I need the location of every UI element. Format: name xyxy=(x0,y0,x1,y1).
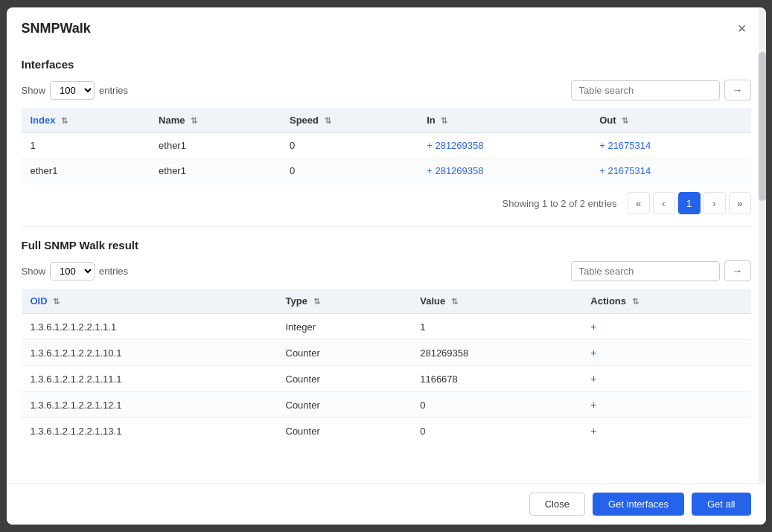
interfaces-row1-in: + 281269358 xyxy=(418,133,590,158)
snmp-table-body: 1.3.6.1.2.1.2.2.1.1.1 Integer 1 + 1.3.6.… xyxy=(22,314,751,444)
snmp-table-controls: Show 100 25 50 entries → xyxy=(22,260,751,281)
modal-close-button[interactable]: × xyxy=(733,19,751,37)
modal-footer: Close Get interfaces Get all xyxy=(7,483,766,525)
table-row: 1.3.6.1.2.1.2.2.1.13.1 Counter 0 + xyxy=(22,418,751,444)
interfaces-row1-speed: 0 xyxy=(281,133,418,158)
snmp-row2-actions: + xyxy=(581,340,750,366)
snmp-row5-actions: + xyxy=(581,418,750,444)
interfaces-row2-name: ether1 xyxy=(150,158,281,184)
snmp-row4-oid: 1.3.6.1.2.1.2.2.1.12.1 xyxy=(22,392,277,418)
interfaces-row2-out: + 21675314 xyxy=(590,158,750,184)
snmp-row4-value: 0 xyxy=(411,392,581,418)
snmp-row5-value: 0 xyxy=(411,418,581,444)
interfaces-col-name-label: Name xyxy=(159,115,185,126)
snmp-col-value[interactable]: Value ⇅ xyxy=(411,289,581,314)
snmp-row3-add-icon[interactable]: + xyxy=(590,373,596,385)
section-divider xyxy=(22,226,751,227)
snmp-col-value-sort-icon: ⇅ xyxy=(451,297,458,307)
snmp-col-actions-label: Actions xyxy=(590,295,626,307)
snmp-row2-oid: 1.3.6.1.2.1.2.2.1.10.1 xyxy=(22,340,277,366)
interfaces-col-out-sort-icon: ⇅ xyxy=(622,116,628,126)
table-row: ether1 ether1 0 + 281269358 + 21675314 xyxy=(22,158,751,184)
interfaces-table-header: Index ⇅ Name ⇅ Speed ⇅ xyxy=(22,108,751,133)
snmp-col-value-label: Value xyxy=(420,295,445,307)
snmp-entries-label: entries xyxy=(99,266,128,277)
interfaces-table: Index ⇅ Name ⇅ Speed ⇅ xyxy=(22,108,751,183)
interfaces-col-name[interactable]: Name ⇅ xyxy=(150,108,281,133)
interfaces-col-name-sort-icon: ⇅ xyxy=(191,116,197,126)
snmp-row5-add-icon[interactable]: + xyxy=(590,425,596,437)
snmp-search-input[interactable] xyxy=(571,261,720,281)
snmp-row1-add-icon[interactable]: + xyxy=(590,321,596,333)
footer-get-interfaces-button[interactable]: Get interfaces xyxy=(593,493,684,516)
interfaces-col-speed-label: Speed xyxy=(290,115,319,126)
snmp-col-oid[interactable]: OID ⇅ xyxy=(22,289,277,314)
interfaces-search-go-icon: → xyxy=(733,84,743,96)
interfaces-table-controls: Show 100 25 50 entries → xyxy=(22,80,751,100)
modal-header: SNMPWalk × xyxy=(7,7,766,46)
scrollbar-thumb[interactable] xyxy=(759,52,766,201)
interfaces-col-in[interactable]: In ⇅ xyxy=(418,108,590,133)
snmp-row3-type: Counter xyxy=(277,366,412,392)
snmp-row1-actions: + xyxy=(581,314,750,340)
interfaces-search-area: → xyxy=(571,80,751,100)
interfaces-col-index[interactable]: Index ⇅ xyxy=(22,108,150,133)
modal-dialog: SNMPWalk × Interfaces Show 100 25 50 ent… xyxy=(7,7,766,525)
interfaces-col-speed[interactable]: Speed ⇅ xyxy=(281,108,418,133)
snmp-search-area: → xyxy=(571,260,751,281)
footer-close-button[interactable]: Close xyxy=(529,493,585,516)
table-row: 1.3.6.1.2.1.2.2.1.10.1 Counter 281269358… xyxy=(22,340,751,366)
interfaces-pagination: Showing 1 to 2 of 2 entries « ‹ 1 › » xyxy=(22,192,751,214)
interfaces-row2-index: ether1 xyxy=(22,158,150,184)
table-row: 1 ether1 0 + 281269358 + 21675314 xyxy=(22,133,751,158)
interfaces-pagination-next[interactable]: › xyxy=(704,192,726,214)
interfaces-search-input[interactable] xyxy=(571,80,720,100)
interfaces-col-index-sort-icon: ⇅ xyxy=(61,116,68,126)
snmp-row2-value: 281269358 xyxy=(411,340,581,366)
scrollbar-track[interactable] xyxy=(759,7,766,525)
snmp-row4-type: Counter xyxy=(277,392,412,418)
snmp-show-entries: Show 100 25 50 entries xyxy=(22,262,129,281)
interfaces-show-entries: Show 100 25 50 entries xyxy=(22,81,129,100)
interfaces-pagination-last[interactable]: » xyxy=(729,192,751,214)
snmp-col-type[interactable]: Type ⇅ xyxy=(277,289,412,314)
snmp-col-type-sort-icon: ⇅ xyxy=(313,297,320,307)
modal-title: SNMPWalk xyxy=(22,21,91,36)
interfaces-col-in-label: In xyxy=(427,115,436,126)
interfaces-row1-index: 1 xyxy=(22,133,150,158)
snmp-show-label: Show xyxy=(22,266,46,277)
snmp-row3-actions: + xyxy=(581,366,750,392)
snmp-row2-add-icon[interactable]: + xyxy=(590,347,596,359)
snmp-row1-oid: 1.3.6.1.2.1.2.2.1.1.1 xyxy=(22,314,277,340)
interfaces-entries-label: entries xyxy=(99,85,128,96)
interfaces-show-label: Show xyxy=(22,85,46,96)
modal-body: Interfaces Show 100 25 50 entries xyxy=(7,46,766,525)
snmp-row3-oid: 1.3.6.1.2.1.2.2.1.11.1 xyxy=(22,366,277,392)
snmp-row5-oid: 1.3.6.1.2.1.2.2.1.13.1 xyxy=(22,418,277,444)
interfaces-pagination-info: Showing 1 to 2 of 2 entries xyxy=(503,198,617,209)
table-row: 1.3.6.1.2.1.2.2.1.1.1 Integer 1 + xyxy=(22,314,751,340)
interfaces-pagination-prev[interactable]: ‹ xyxy=(653,192,675,214)
interfaces-row1-out: + 21675314 xyxy=(590,133,750,158)
snmp-entries-select[interactable]: 100 25 50 xyxy=(50,262,95,281)
snmp-col-actions[interactable]: Actions ⇅ xyxy=(581,289,750,314)
interfaces-entries-select[interactable]: 100 25 50 xyxy=(50,81,95,100)
snmp-search-go-icon: → xyxy=(733,265,743,277)
snmp-col-oid-label: OID xyxy=(31,295,48,307)
interfaces-search-go-button[interactable]: → xyxy=(724,80,751,100)
interfaces-pagination-first[interactable]: « xyxy=(628,192,650,214)
snmp-table-header: OID ⇅ Type ⇅ Value ⇅ xyxy=(22,289,751,314)
interfaces-pagination-current[interactable]: 1 xyxy=(678,192,701,214)
interfaces-col-out[interactable]: Out ⇅ xyxy=(590,108,750,133)
snmp-row2-type: Counter xyxy=(277,340,412,366)
interfaces-col-in-sort-icon: ⇅ xyxy=(441,116,447,126)
snmp-section: Full SNMP Walk result Show 100 25 50 ent… xyxy=(22,239,751,443)
modal-overlay: SNMPWalk × Interfaces Show 100 25 50 ent… xyxy=(0,0,772,532)
snmp-row1-type: Integer xyxy=(277,314,412,340)
snmp-row5-type: Counter xyxy=(277,418,412,444)
interfaces-section-title: Interfaces xyxy=(22,58,751,71)
snmp-search-go-button[interactable]: → xyxy=(724,260,751,281)
footer-get-all-button[interactable]: Get all xyxy=(692,493,751,516)
snmp-row3-value: 1166678 xyxy=(411,366,581,392)
snmp-row4-add-icon[interactable]: + xyxy=(590,399,596,411)
